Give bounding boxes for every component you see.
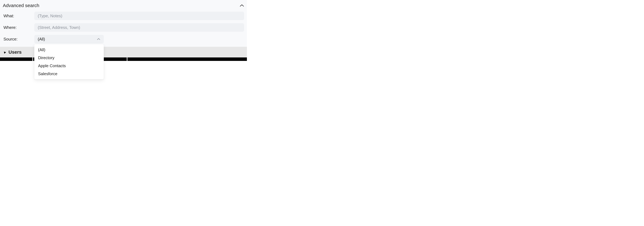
source-select[interactable]: (All): [34, 35, 104, 43]
advanced-search-container: Advanced search What: Where: Source: (Al…: [0, 0, 247, 61]
source-row: Source: (All) (All) Directory Apple Cont…: [3, 35, 244, 43]
source-option-salesforce[interactable]: Salesforce: [34, 70, 104, 78]
what-input-wrap: [34, 12, 244, 20]
users-group-title: Users: [8, 49, 22, 55]
source-dropdown: (All) Directory Apple Contacts Salesforc…: [34, 44, 104, 79]
disclosure-triangle-icon: [3, 51, 6, 54]
advanced-search-title: Advanced search: [3, 3, 39, 8]
what-input[interactable]: [34, 12, 244, 20]
where-row: Where:: [3, 23, 244, 32]
source-option-directory[interactable]: Directory: [34, 54, 104, 62]
source-option-apple-contacts[interactable]: Apple Contacts: [34, 62, 104, 70]
collapse-panel-chevron-icon[interactable]: [240, 4, 244, 7]
chevron-up-icon: [97, 38, 100, 40]
source-select-wrap: (All) (All) Directory Apple Contacts Sal…: [34, 35, 104, 43]
advanced-search-header: Advanced search: [3, 3, 244, 8]
where-input[interactable]: [34, 23, 244, 32]
advanced-search-panel: Advanced search What: Where: Source: (Al…: [0, 0, 247, 47]
source-label: Source:: [3, 37, 34, 42]
what-row: What:: [3, 12, 244, 20]
where-input-wrap: [34, 23, 244, 32]
source-selected-value: (All): [38, 37, 45, 42]
source-option-all[interactable]: (All): [34, 46, 104, 54]
where-label: Where:: [3, 25, 34, 30]
what-label: What:: [3, 13, 34, 18]
